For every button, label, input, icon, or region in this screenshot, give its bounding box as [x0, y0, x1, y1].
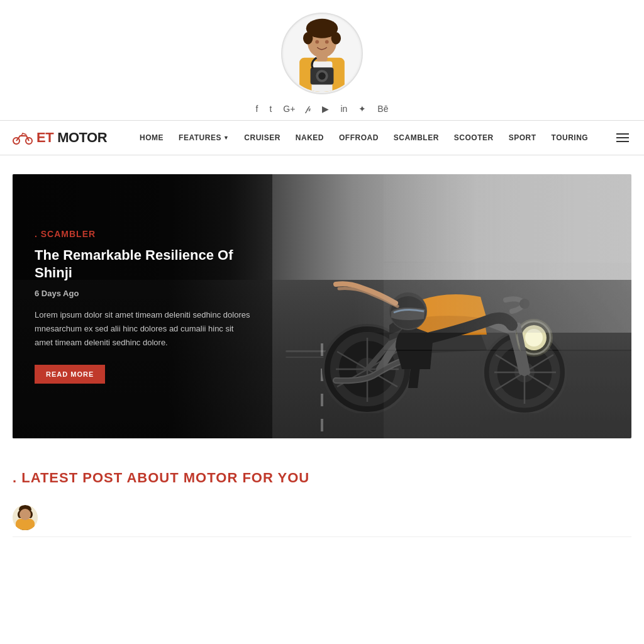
nav-cruiser[interactable]: CRUISER: [236, 120, 288, 155]
nav-features[interactable]: FEATURES ▼: [171, 120, 236, 155]
author-section: f t G+ 𝓅 ▶ in ✦ Bē: [0, 0, 644, 120]
nav-naked[interactable]: NAKED: [288, 120, 331, 155]
hero-excerpt: Lorem ipsum dolor sit amet timeam deleni…: [35, 308, 250, 350]
svg-rect-41: [16, 520, 35, 530]
rss-icon[interactable]: ✦: [358, 104, 366, 114]
svg-point-12: [315, 40, 319, 44]
pinterest-icon[interactable]: 𝓅: [306, 103, 311, 114]
svg-point-47: [28, 511, 33, 518]
facebook-icon[interactable]: f: [256, 104, 258, 114]
logo-et: ET: [36, 130, 53, 146]
svg-rect-43: [23, 516, 28, 522]
hero-category: SCAMBLER: [35, 229, 250, 239]
nav-sport[interactable]: SPORT: [501, 120, 544, 155]
nav-scambler[interactable]: SCAMBLER: [386, 120, 447, 155]
twitter-icon[interactable]: t: [269, 104, 272, 114]
svg-rect-42: [21, 521, 29, 530]
behance-icon[interactable]: Bē: [377, 104, 388, 114]
nav-scooter[interactable]: SCOOTER: [447, 120, 501, 155]
hero-section: SCAMBLER The Remarkable Resilience Of Sh…: [13, 174, 631, 438]
svg-point-45: [19, 505, 31, 514]
svg-point-50: [24, 525, 27, 528]
hero-date: 6 Days Ago: [35, 289, 250, 298]
svg-point-13: [325, 40, 329, 44]
hero-overlay: SCAMBLER The Remarkable Resilience Of Sh…: [13, 174, 272, 438]
googleplus-icon[interactable]: G+: [283, 104, 295, 114]
hero-title: The Remarkable Resilience Of Shinji: [35, 247, 250, 282]
author-avatar: [281, 13, 363, 94]
hamburger-menu[interactable]: [614, 131, 631, 145]
svg-point-49: [23, 524, 28, 529]
youtube-icon[interactable]: ▶: [322, 104, 329, 114]
svg-point-11: [331, 32, 341, 44]
svg-point-10: [303, 32, 313, 44]
nav-offroad[interactable]: OFFROAD: [331, 120, 386, 155]
read-more-button[interactable]: READ MORE: [35, 365, 105, 384]
svg-point-6: [318, 72, 326, 80]
site-logo[interactable]: ET MOTOR: [13, 130, 107, 146]
post-author-avatar: [13, 505, 38, 530]
linkedin-icon[interactable]: in: [340, 104, 347, 114]
latest-post-item: [13, 499, 631, 537]
social-icons-row: f t G+ 𝓅 ▶ in ✦ Bē: [256, 103, 389, 114]
logo-motor: MOTOR: [57, 130, 107, 146]
nav-home[interactable]: HOME: [132, 120, 171, 155]
features-chevron-icon: ▼: [223, 135, 229, 141]
latest-section: LATEST POST ABOUT MOTOR FOR YOU: [0, 457, 644, 543]
latest-section-title: LATEST POST ABOUT MOTOR FOR YOU: [13, 470, 631, 486]
nav-menu: HOME FEATURES ▼ CRUISER NAKED OFFROAD SC…: [132, 120, 614, 155]
nav-touring[interactable]: TOURING: [544, 120, 596, 155]
svg-rect-48: [20, 523, 30, 530]
main-nav: ET MOTOR HOME FEATURES ▼ CRUISER NAKED O…: [0, 120, 644, 155]
svg-point-46: [18, 511, 23, 518]
motorcycle-icon: [13, 131, 33, 145]
